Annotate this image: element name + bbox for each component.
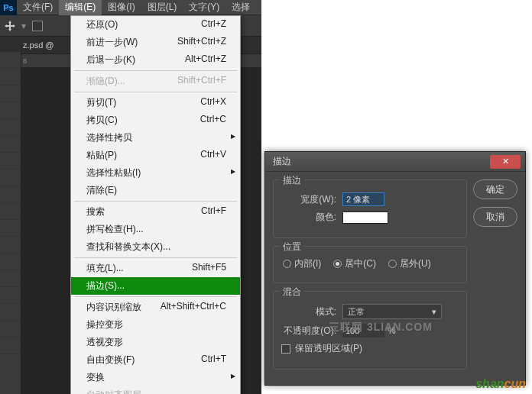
stroke-legend: 描边 — [280, 174, 304, 187]
menu-file[interactable]: 文件(F) — [17, 0, 59, 15]
menu-item[interactable]: 前进一步(W)Shift+Ctrl+Z — [71, 34, 240, 51]
stroke-group: 描边 宽度(W): 2 像素 颜色: — [273, 179, 467, 238]
ok-button[interactable]: 确定 — [473, 179, 517, 199]
menu-item[interactable]: 拷贝(C)Ctrl+C — [71, 111, 240, 129]
opacity-pct: % — [388, 325, 396, 336]
menu-layer[interactable]: 图层(L) — [141, 0, 183, 15]
position-group: 位置 内部(I) 居中(C) 居外(U) — [273, 246, 467, 283]
radio-inside[interactable]: 内部(I) — [283, 257, 321, 270]
menu-item[interactable]: 描边(S)... — [71, 277, 240, 295]
app-logo: Ps — [0, 0, 17, 15]
menu-item[interactable]: 选择性拷贝 — [71, 129, 240, 147]
radio-center[interactable]: 居中(C) — [333, 257, 376, 270]
menu-select[interactable]: 选择 — [225, 0, 256, 15]
menu-item[interactable]: 变换 — [71, 369, 240, 386]
width-input[interactable]: 2 像素 — [342, 192, 384, 206]
color-swatch[interactable] — [342, 212, 388, 224]
tools-panel — [0, 52, 21, 394]
menu-item[interactable]: 剪切(T)Ctrl+X — [71, 94, 240, 111]
menu-item[interactable]: 查找和替换文本(X)... — [71, 238, 240, 256]
opacity-input[interactable]: 100 — [342, 324, 384, 337]
menu-item[interactable]: 后退一步(K)Alt+Ctrl+Z — [71, 51, 240, 69]
menu-item[interactable]: 透视变形 — [71, 334, 240, 351]
preserve-transparency-checkbox[interactable]: 保留透明区域(P) — [281, 342, 362, 355]
color-label: 颜色: — [281, 211, 342, 224]
menubar: Ps 文件(F) 编辑(E) 图像(I) 图层(L) 文字(Y) 选择 — [0, 0, 261, 15]
menu-item[interactable]: 内容识别缩放Alt+Shift+Ctrl+C — [71, 299, 240, 316]
blend-legend: 混合 — [280, 286, 304, 299]
menu-item[interactable]: 填充(L)...Shift+F5 — [71, 260, 240, 277]
menu-item: 自动对齐图层... — [71, 386, 240, 394]
chevron-down-icon: ▾ — [432, 307, 436, 317]
menu-item[interactable]: 拼写检查(H)... — [71, 221, 240, 238]
menu-item[interactable]: 操控变形 — [71, 316, 240, 334]
auto-select-checkbox[interactable] — [32, 21, 43, 31]
tool-slot[interactable] — [0, 52, 21, 69]
dialog-title: 描边 — [273, 155, 291, 168]
edit-menu-dropdown: 还原(O)Ctrl+Z前进一步(W)Shift+Ctrl+Z后退一步(K)Alt… — [70, 15, 241, 394]
menu-type[interactable]: 文字(Y) — [183, 0, 225, 15]
position-legend: 位置 — [280, 241, 304, 254]
menu-edit[interactable]: 编辑(E) — [59, 0, 102, 15]
opacity-label: 不透明度(O): — [281, 325, 342, 337]
brand-logo: shancun — [475, 377, 526, 391]
menu-item[interactable]: 清除(E) — [71, 182, 240, 199]
menu-item[interactable]: 自由变换(F)Ctrl+T — [71, 351, 240, 369]
stroke-dialog: 描边 ✕ 描边 宽度(W): 2 像素 颜色: 位置 内部(I) 居中(C) — [264, 151, 526, 386]
dialog-titlebar[interactable]: 描边 ✕ — [265, 152, 525, 172]
width-label: 宽度(W): — [281, 193, 342, 206]
menu-item[interactable]: 还原(O)Ctrl+Z — [71, 16, 240, 34]
document-tab[interactable]: z.psd @ — [23, 40, 54, 50]
move-tool-icon — [5, 21, 15, 31]
mode-label: 模式: — [281, 305, 342, 318]
close-button[interactable]: ✕ — [490, 155, 521, 169]
menu-item[interactable]: 选择性粘贴(I) — [71, 164, 240, 182]
mode-select[interactable]: 正常▾ — [342, 304, 442, 319]
blend-group: 混合 模式: 正常▾ 不透明度(O): 100 % 保留透明区域(P) — [273, 291, 467, 370]
menu-item[interactable]: 搜索Ctrl+F — [71, 203, 240, 221]
radio-outside[interactable]: 居外(U) — [388, 257, 431, 270]
menu-item[interactable]: 粘贴(P)Ctrl+V — [71, 147, 240, 164]
cancel-button[interactable]: 取消 — [473, 207, 517, 227]
menu-item: 渐隐(D)...Shift+Ctrl+F — [71, 73, 240, 90]
menu-image[interactable]: 图像(I) — [102, 0, 141, 15]
